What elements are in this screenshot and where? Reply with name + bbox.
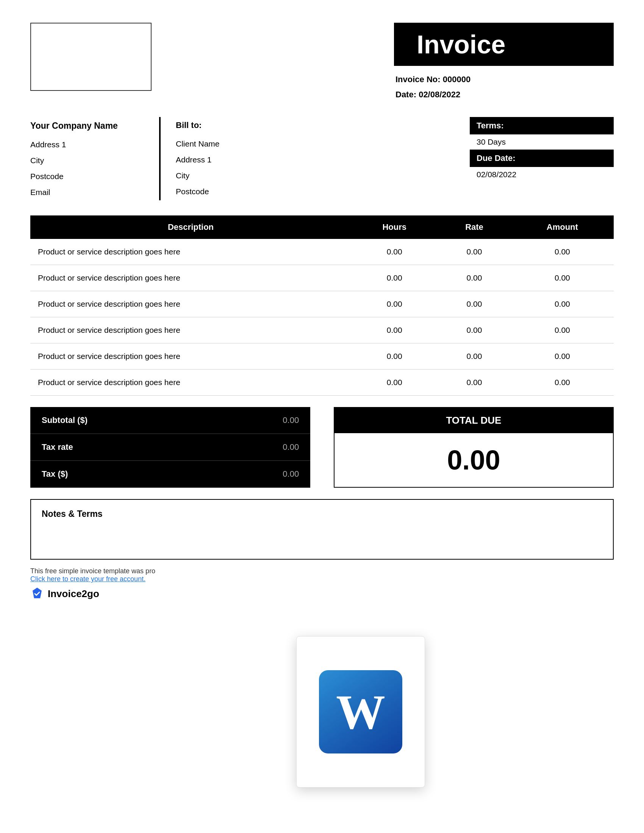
subtotal-label: Subtotal ($) (42, 415, 87, 425)
company-name: Your Company Name (30, 117, 144, 134)
row-rate: 0.00 (438, 370, 510, 396)
total-due-label: TOTAL DUE (335, 408, 613, 433)
row-description: Product or service description goes here (30, 291, 351, 317)
promo-text: This free simple invoice template was pr… (30, 567, 614, 575)
total-due-amount: 0.00 (335, 433, 613, 487)
row-amount: 0.00 (511, 343, 614, 370)
bill-city: City (176, 168, 290, 183)
row-hours: 0.00 (351, 343, 438, 370)
footer-link[interactable]: Click here to create your free account. (30, 575, 145, 583)
footer-section: This free simple invoice template was pr… (30, 567, 614, 600)
invoice-no-value: 000000 (443, 75, 470, 84)
row-amount: 0.00 (511, 265, 614, 291)
row-amount: 0.00 (511, 291, 614, 317)
invoice-meta: Invoice No: 000000 Date: 02/08/2022 (394, 72, 614, 102)
invoice-no-line: Invoice No: 000000 (396, 72, 614, 87)
tax-rate-row: Tax rate 0.00 (30, 434, 310, 461)
tax-row: Tax ($) 0.00 (30, 461, 310, 487)
brand-icon (30, 587, 44, 600)
notes-title: Notes & Terms (42, 509, 602, 519)
tax-label: Tax ($) (42, 469, 68, 479)
date-line: Date: 02/08/2022 (396, 87, 614, 102)
date-value: 02/08/2022 (419, 90, 460, 99)
col-hours: Hours (351, 215, 438, 239)
row-rate: 0.00 (438, 239, 510, 265)
row-hours: 0.00 (351, 370, 438, 396)
bottom-section: Subtotal ($) 0.00 Tax rate 0.00 Tax ($) … (30, 407, 614, 488)
header-section: Invoice Invoice No: 000000 Date: 02/08/2… (30, 23, 614, 102)
col-description: Description (30, 215, 351, 239)
bill-address1: Address 1 (176, 152, 290, 168)
row-rate: 0.00 (438, 317, 510, 343)
table-row: Product or service description goes here… (30, 291, 614, 317)
terms-label: Terms: (470, 117, 614, 134)
row-rate: 0.00 (438, 265, 510, 291)
brand-name: Invoice2go (48, 588, 99, 600)
total-due-block: TOTAL DUE 0.00 (334, 407, 614, 488)
footer-brand: Invoice2go (30, 587, 614, 600)
table-row: Product or service description goes here… (30, 317, 614, 343)
terms-block: Terms: 30 Days Due Date: 02/08/2022 (470, 117, 614, 200)
company-email: Email (30, 184, 144, 200)
col-amount: Amount (511, 215, 614, 239)
row-description: Product or service description goes here (30, 370, 351, 396)
bill-postcode: Postcode (176, 183, 290, 199)
word-icon: W (319, 670, 402, 754)
row-description: Product or service description goes here (30, 265, 351, 291)
row-hours: 0.00 (351, 317, 438, 343)
invoice-title: Invoice (394, 23, 614, 66)
row-amount: 0.00 (511, 239, 614, 265)
terms-value: 30 Days (470, 134, 614, 150)
row-hours: 0.00 (351, 265, 438, 291)
client-name: Client Name (176, 136, 290, 152)
row-hours: 0.00 (351, 291, 438, 317)
invoice-table: Description Hours Rate Amount Product or… (30, 215, 614, 396)
tax-rate-value: 0.00 (283, 442, 299, 452)
due-date-value: 02/08/2022 (470, 167, 614, 182)
notes-section: Notes & Terms (30, 499, 614, 560)
company-city: City (30, 153, 144, 169)
table-row: Product or service description goes here… (30, 370, 614, 396)
invoice-title-block: Invoice Invoice No: 000000 Date: 02/08/2… (394, 23, 614, 102)
date-label: Date: (396, 90, 416, 99)
divider-line (159, 117, 161, 200)
row-amount: 0.00 (511, 317, 614, 343)
row-description: Product or service description goes here (30, 317, 351, 343)
row-rate: 0.00 (438, 291, 510, 317)
row-description: Product or service description goes here (30, 343, 351, 370)
subtotal-value: 0.00 (283, 415, 299, 425)
logo-box (30, 23, 151, 91)
subtotal-row: Subtotal ($) 0.00 (30, 407, 310, 434)
row-amount: 0.00 (511, 370, 614, 396)
table-row: Product or service description goes here… (30, 343, 614, 370)
subtotal-block: Subtotal ($) 0.00 Tax rate 0.00 Tax ($) … (30, 407, 310, 488)
table-header-row: Description Hours Rate Amount (30, 215, 614, 239)
row-hours: 0.00 (351, 239, 438, 265)
due-date-label: Due Date: (470, 150, 614, 167)
word-letter: W (336, 687, 385, 737)
company-block: Your Company Name Address 1 City Postcod… (30, 117, 144, 200)
info-section: Your Company Name Address 1 City Postcod… (30, 117, 614, 200)
company-postcode: Postcode (30, 169, 144, 184)
bill-block: Bill to: Client Name Address 1 City Post… (176, 117, 290, 200)
word-popup: W (296, 636, 425, 788)
tax-rate-label: Tax rate (42, 442, 73, 452)
bill-to-label: Bill to: (176, 117, 290, 133)
tax-value: 0.00 (283, 469, 299, 479)
table-row: Product or service description goes here… (30, 239, 614, 265)
company-address1: Address 1 (30, 137, 144, 153)
invoice-no-label: Invoice No: (396, 75, 441, 84)
row-description: Product or service description goes here (30, 239, 351, 265)
col-rate: Rate (438, 215, 510, 239)
row-rate: 0.00 (438, 343, 510, 370)
table-row: Product or service description goes here… (30, 265, 614, 291)
